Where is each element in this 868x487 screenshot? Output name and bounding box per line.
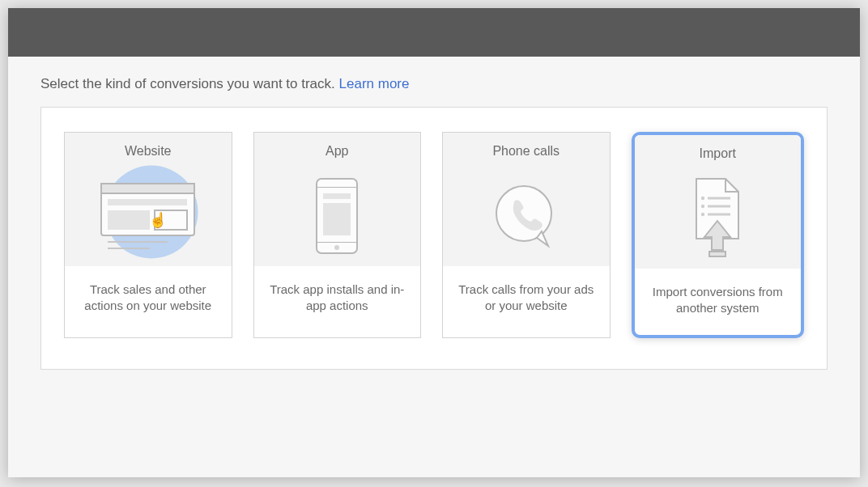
phone-icon: [443, 165, 610, 266]
svg-rect-12: [323, 203, 351, 235]
card-app[interactable]: App Track app install: [253, 132, 422, 338]
card-import-top: Import: [635, 135, 802, 269]
svg-point-16: [701, 205, 704, 208]
card-phone[interactable]: Phone calls Track calls from your ads or…: [442, 132, 611, 338]
svg-rect-1: [101, 184, 194, 193]
card-website[interactable]: Website ☝: [64, 132, 232, 338]
svg-rect-8: [317, 187, 357, 188]
instruction-main: Select the kind of conversions you want …: [40, 76, 339, 91]
card-phone-desc: Track calls from your ads or your websit…: [443, 266, 610, 332]
card-phone-top: Phone calls: [443, 133, 610, 266]
svg-point-10: [334, 245, 339, 250]
instruction-text: Select the kind of conversions you want …: [40, 76, 828, 92]
dialog-window: Select the kind of conversions you want …: [8, 8, 860, 477]
svg-point-18: [701, 213, 704, 216]
card-import[interactable]: Import: [632, 132, 805, 338]
website-icon: ☝: [65, 165, 232, 266]
svg-point-14: [701, 197, 704, 200]
cards-row: Website ☝: [64, 132, 804, 338]
svg-rect-20: [709, 252, 725, 256]
import-icon: [635, 167, 802, 269]
card-import-title: Import: [700, 146, 736, 161]
svg-rect-3: [108, 210, 150, 230]
learn-more-link[interactable]: Learn more: [339, 76, 410, 91]
app-icon: [254, 165, 421, 266]
card-app-top: App: [254, 133, 421, 266]
svg-rect-9: [317, 242, 357, 243]
options-panel: Website ☝: [40, 107, 828, 370]
card-website-title: Website: [125, 144, 172, 159]
svg-rect-2: [108, 199, 187, 205]
top-bar: [8, 8, 860, 57]
card-phone-title: Phone calls: [492, 144, 560, 159]
card-import-desc: Import conversions from another system: [635, 269, 802, 335]
card-app-desc: Track app installs and in-app actions: [254, 266, 421, 332]
svg-rect-11: [323, 193, 351, 199]
card-website-top: Website ☝: [65, 133, 232, 266]
content-area: Select the kind of conversions you want …: [8, 57, 860, 477]
cursor-icon: ☝: [149, 211, 167, 229]
card-app-title: App: [326, 144, 348, 159]
card-website-desc: Track sales and other actions on your we…: [65, 266, 232, 332]
